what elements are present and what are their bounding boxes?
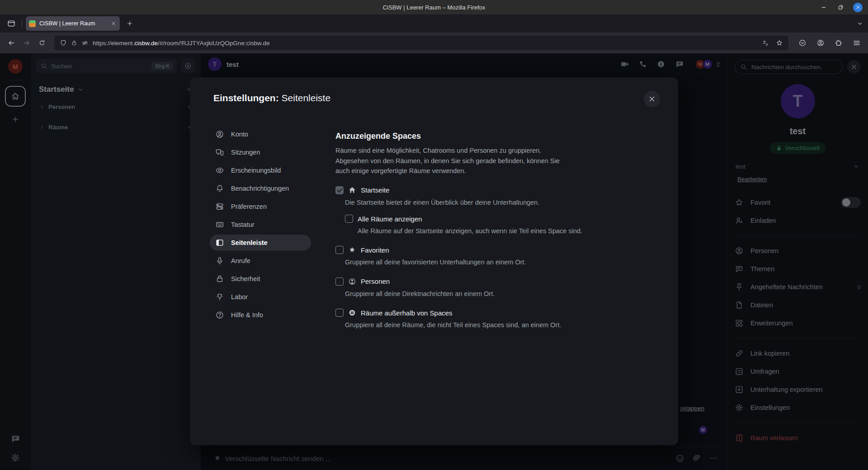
settings-nav-label: Präferenzen xyxy=(231,203,267,210)
option-description: Gruppiere all deine Räume, die nicht Tei… xyxy=(345,320,660,329)
settings-nav-item[interactable]: Tastatur xyxy=(210,216,311,233)
checkbox[interactable] xyxy=(335,277,344,286)
settings-dialog: Einstellungen: Seitenleiste Konto Sitzun… xyxy=(190,77,678,445)
section-description: Räume sind eine Möglichkeit, Chatrooms u… xyxy=(335,146,572,176)
account-button[interactable] xyxy=(813,36,828,50)
option-icon xyxy=(348,186,356,194)
settings-nav-icon xyxy=(215,274,224,283)
settings-nav-icon xyxy=(215,292,224,301)
settings-nav-item[interactable]: Sicherheit xyxy=(210,271,311,287)
dialog-title: Einstellungen: Seitenleiste xyxy=(213,93,330,103)
option-description: Gruppiere all deine Direktnachrichten an… xyxy=(345,289,660,298)
settings-nav-icon xyxy=(215,184,224,193)
settings-nav-label: Erscheinungsbild xyxy=(231,167,281,174)
element-app: M Suchen Strg K Startseite Personen xyxy=(0,53,868,470)
sub-option: Alle Räume anzeigen Alle Räume auf der S… xyxy=(345,215,660,235)
settings-nav-item[interactable]: Präferenzen xyxy=(210,198,311,215)
space-option: Startseite Die Startseite bietet dir ein… xyxy=(335,186,660,236)
section-heading: Anzuzeigende Spaces xyxy=(335,132,660,141)
settings-nav-item[interactable]: Hilfe & Info xyxy=(210,307,311,323)
checkbox[interactable] xyxy=(335,309,344,317)
settings-nav-label: Anrufe xyxy=(231,257,250,264)
settings-nav-item[interactable]: Labor xyxy=(210,289,311,305)
settings-nav-item[interactable]: Anrufe xyxy=(210,253,311,269)
option-description: Die Startseite bietet dir einen Überblic… xyxy=(345,198,660,207)
option-label: Favoriten xyxy=(361,246,389,254)
settings-nav-item[interactable]: Erscheinungsbild xyxy=(210,162,311,179)
settings-nav-icon xyxy=(215,238,224,247)
dialog-close-button[interactable] xyxy=(644,91,660,107)
option-label: Alle Räume anzeigen xyxy=(358,215,422,223)
connection-lock-icon[interactable] xyxy=(71,40,77,46)
settings-nav-item[interactable]: Sitzungen xyxy=(210,144,311,160)
list-all-tabs-button[interactable] xyxy=(856,20,863,27)
option-icon xyxy=(348,277,356,286)
window-controls xyxy=(821,0,863,14)
option-icon xyxy=(348,246,356,254)
option-description: Gruppiere all deine favorisierten Unterh… xyxy=(345,258,660,267)
svg-text:A: A xyxy=(766,43,768,47)
tab-separator xyxy=(22,19,22,28)
close-button[interactable] xyxy=(853,3,863,12)
bookmark-star-icon[interactable] xyxy=(776,39,783,47)
settings-nav-icon xyxy=(215,256,224,265)
tab-favicon xyxy=(29,20,36,27)
option-label: Räume außerhalb von Spaces xyxy=(361,309,453,317)
firefox-view-button[interactable] xyxy=(5,17,18,30)
minimize-button[interactable] xyxy=(821,4,828,11)
settings-nav-icon xyxy=(215,148,224,157)
window-title: CiSBW | Leerer Raum – Mozilla Firefox xyxy=(383,4,486,11)
settings-nav-icon xyxy=(215,202,224,211)
settings-nav-icon xyxy=(215,310,224,320)
settings-nav-item[interactable]: Konto xyxy=(210,126,311,142)
extensions-button[interactable] xyxy=(831,36,846,50)
settings-nav-item[interactable]: Benachrichtigungen xyxy=(210,180,311,197)
settings-nav-item[interactable]: Seitenleiste xyxy=(210,235,311,251)
settings-nav-label: Tastatur xyxy=(231,221,255,228)
option-label: Startseite xyxy=(361,186,389,194)
option-icon xyxy=(348,309,356,317)
checkbox[interactable] xyxy=(345,215,353,223)
settings-nav-label: Benachrichtigungen xyxy=(231,185,289,192)
settings-nav-icon xyxy=(215,220,224,229)
settings-nav-label: Labor xyxy=(231,293,248,301)
option-label: Personen xyxy=(361,277,390,285)
permissions-icon[interactable] xyxy=(81,39,89,47)
settings-nav-label: Sitzungen xyxy=(231,149,260,156)
option-description: Alle Räume auf der Startseite anzeigen, … xyxy=(358,226,660,235)
menu-button[interactable] xyxy=(849,36,864,50)
settings-nav-label: Konto xyxy=(231,131,248,138)
tab-title: CiSBW | Leerer Raum xyxy=(39,20,107,27)
tab-bar: CiSBW | Leerer Raum xyxy=(0,14,868,33)
space-option: Räume außerhalb von Spaces Gruppiere all… xyxy=(335,309,660,329)
settings-nav-label: Seitenleiste xyxy=(231,239,268,246)
tracking-protection-icon[interactable] xyxy=(60,39,67,47)
settings-nav-icon xyxy=(215,130,224,139)
reload-button[interactable] xyxy=(34,36,50,50)
settings-content: Anzuzeigende Spaces Räume sind eine Mögl… xyxy=(335,126,660,445)
checkbox[interactable] xyxy=(335,246,344,254)
settings-nav: Konto Sitzungen Erscheinungsbild xyxy=(210,126,311,445)
space-option: Favoriten Gruppiere all deine favorisier… xyxy=(335,246,660,267)
settings-nav-icon xyxy=(215,166,224,175)
tab-close-icon[interactable] xyxy=(110,20,117,27)
new-tab-button[interactable] xyxy=(123,17,136,30)
restore-button[interactable] xyxy=(837,4,844,11)
checkbox[interactable] xyxy=(335,186,344,194)
space-option: Personen Gruppiere all deine Direktnachr… xyxy=(335,277,660,298)
url-text: https://element.cisbw.de/#/room/!RJJTYAx… xyxy=(93,40,758,47)
url-bar[interactable]: https://element.cisbw.de/#/room/!RJJTYAx… xyxy=(54,36,788,50)
window-titlebar: CiSBW | Leerer Raum – Mozilla Firefox xyxy=(0,0,868,14)
translate-icon[interactable]: 文A xyxy=(762,39,769,47)
browser-tab[interactable]: CiSBW | Leerer Raum xyxy=(26,16,120,31)
back-button[interactable] xyxy=(4,36,19,50)
settings-nav-label: Sicherheit xyxy=(231,275,260,282)
settings-nav-label: Hilfe & Info xyxy=(231,311,263,319)
browser-toolbar: https://element.cisbw.de/#/room/!RJJTYAx… xyxy=(0,33,868,53)
pocket-button[interactable] xyxy=(795,36,810,50)
forward-button[interactable] xyxy=(19,36,34,50)
space-options: Startseite Die Startseite bietet dir ein… xyxy=(335,186,660,329)
